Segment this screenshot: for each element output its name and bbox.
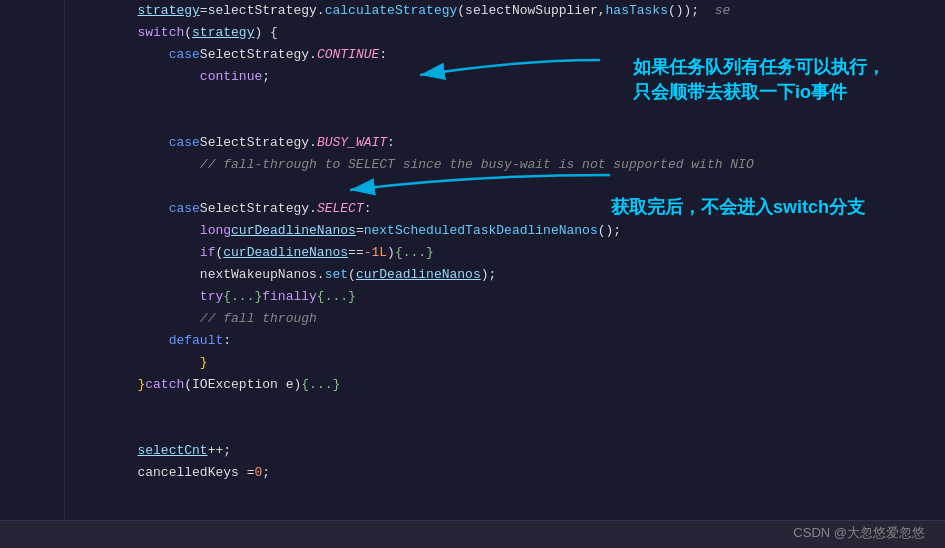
- code-text: :: [364, 198, 372, 220]
- code-text: ++;: [208, 440, 231, 462]
- code-line-14: try {...} finally {...}: [75, 286, 935, 308]
- code-text: :: [223, 330, 231, 352]
- code-text: catch: [145, 374, 184, 396]
- code-text: [75, 462, 137, 484]
- code-text: (selectNowSupplier,: [457, 0, 605, 22]
- code-container: strategy = selectStrategy. calculateStra…: [0, 0, 945, 548]
- code-line-7: case SelectStrategy. BUSY_WAIT :: [75, 132, 935, 154]
- code-text: :: [387, 132, 395, 154]
- code-text: SelectStrategy.: [200, 198, 317, 220]
- annotation-box-1: 如果任务队列有任务可以执行， 只会顺带去获取一下io事件: [633, 55, 885, 105]
- annotation-line2: 只会顺带去获取一下io事件: [633, 82, 847, 102]
- code-text: strategy: [192, 22, 254, 44]
- code-text: // fall through: [200, 308, 317, 330]
- code-text: calculateStrategy: [325, 0, 458, 22]
- code-line-8: // fall-through to SELECT since the busy…: [75, 154, 935, 176]
- code-text: se: [715, 0, 731, 22]
- code-text: (: [215, 242, 223, 264]
- code-text: [75, 198, 169, 220]
- code-text: [75, 374, 137, 396]
- code-text: :: [379, 44, 387, 66]
- code-text: cancelledKeys =: [137, 462, 254, 484]
- code-text: (: [184, 22, 192, 44]
- csdn-watermark: CSDN @大忽悠爱忽悠: [793, 524, 925, 542]
- line-num: [0, 220, 64, 242]
- code-text: (IOException e): [184, 374, 301, 396]
- line-num: [0, 374, 64, 396]
- code-text: nextScheduledTaskDeadlineNanos: [364, 220, 598, 242]
- code-text: [75, 220, 200, 242]
- code-text: (: [348, 264, 356, 286]
- code-text: SelectStrategy.: [200, 44, 317, 66]
- line-num: [0, 44, 64, 66]
- code-text: [75, 264, 200, 286]
- code-line-21: selectCnt ++;: [75, 440, 935, 462]
- code-text: curDeadlineNanos: [231, 220, 356, 242]
- code-text: {...}: [301, 374, 340, 396]
- code-text: ;: [262, 66, 270, 88]
- code-text: {...}: [317, 286, 356, 308]
- code-text: [75, 132, 169, 154]
- code-text: strategy: [137, 0, 199, 22]
- code-text: =: [356, 220, 364, 242]
- line-numbers: [0, 0, 65, 548]
- line-num: [0, 484, 64, 506]
- line-num: [0, 132, 64, 154]
- code-text: -1L: [364, 242, 387, 264]
- code-text: [75, 66, 200, 88]
- code-text: case: [169, 132, 200, 154]
- code-text: nextWakeupNanos.: [200, 264, 325, 286]
- code-text: SELECT: [317, 198, 364, 220]
- code-line-13: nextWakeupNanos. set ( curDeadlineNanos …: [75, 264, 935, 286]
- code-text: default: [169, 330, 224, 352]
- code-text: {...}: [223, 286, 262, 308]
- code-text: ;: [262, 462, 270, 484]
- code-text: ) {: [254, 22, 277, 44]
- line-num: [0, 88, 64, 110]
- line-num: [0, 352, 64, 374]
- code-text: [75, 0, 137, 22]
- code-line-17: }: [75, 352, 935, 374]
- line-num: [0, 198, 64, 220]
- code-text: [75, 308, 200, 330]
- code-text: {...}: [395, 242, 434, 264]
- code-text: finally: [262, 286, 317, 308]
- line-num: [0, 110, 64, 132]
- line-num: [0, 330, 64, 352]
- code-text: 0: [254, 462, 262, 484]
- line-num: [0, 176, 64, 198]
- code-text: BUSY_WAIT: [317, 132, 387, 154]
- code-text: CONTINUE: [317, 44, 379, 66]
- code-text: [75, 22, 137, 44]
- code-text: [75, 330, 169, 352]
- code-text: hasTasks: [606, 0, 668, 22]
- line-num: [0, 286, 64, 308]
- line-num: [0, 154, 64, 176]
- code-text: [75, 154, 200, 176]
- code-text: [75, 286, 200, 308]
- code-text: SelectStrategy.: [200, 132, 317, 154]
- line-num: [0, 396, 64, 418]
- code-line-22: cancelledKeys = 0 ;: [75, 462, 935, 484]
- line-num: [0, 22, 64, 44]
- annotation-text2: 获取完后，不会进入switch分支: [611, 197, 865, 217]
- code-line-2: switch ( strategy ) {: [75, 22, 935, 44]
- line-num: [0, 66, 64, 88]
- code-text: }: [200, 352, 208, 374]
- code-line-12: if ( curDeadlineNanos == -1L ) {...}: [75, 242, 935, 264]
- code-text: [75, 352, 200, 374]
- code-line-18: } catch (IOException e) {...}: [75, 374, 935, 396]
- code-text: selectStrategy.: [208, 0, 325, 22]
- code-text: set: [325, 264, 348, 286]
- code-text: ());: [668, 0, 715, 22]
- line-num: [0, 440, 64, 462]
- line-num: [0, 308, 64, 330]
- code-text: ): [387, 242, 395, 264]
- code-text: switch: [137, 22, 184, 44]
- code-text: selectCnt: [137, 440, 207, 462]
- code-text: case: [169, 198, 200, 220]
- code-text: curDeadlineNanos: [223, 242, 348, 264]
- annotation-line1: 如果任务队列有任务可以执行，: [633, 57, 885, 77]
- bottom-bar: CSDN @大忽悠爱忽悠: [0, 520, 945, 548]
- code-line-15: // fall through: [75, 308, 935, 330]
